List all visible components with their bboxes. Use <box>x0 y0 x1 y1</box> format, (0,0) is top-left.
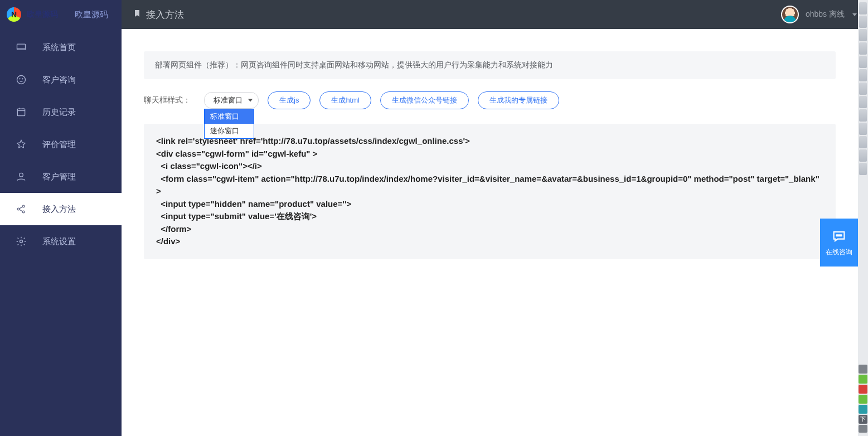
sidebar-nav: 系统首页 客户咨询 历史记录 评价管理 客户管理 <box>0 31 122 258</box>
sidebar-item-consult[interactable]: 客户咨询 <box>0 64 122 96</box>
speaker-icon[interactable] <box>859 425 867 433</box>
tray-icon[interactable] <box>859 385 867 394</box>
sidebar: N 欧皇源码 欧皇源码 系统首页 客户咨询 历史记录 评 <box>0 0 122 436</box>
download-icon[interactable]: 下 <box>859 415 867 424</box>
svg-line-13 <box>20 207 23 209</box>
strip-thumb[interactable] <box>859 123 867 135</box>
sidebar-item-label: 接入方法 <box>42 204 76 215</box>
svg-point-17 <box>838 235 840 236</box>
sidebar-item-label: 系统设置 <box>42 236 76 247</box>
strip-thumb[interactable] <box>859 29 867 41</box>
controls-row: 聊天框样式： 标准窗口 标准窗口 迷你窗口 生成js 生成html 生成微信公众… <box>144 91 836 109</box>
sidebar-brand-title: 欧皇源码 <box>75 9 108 20</box>
strip-thumb[interactable] <box>859 109 867 122</box>
sidebar-item-history[interactable]: 历史记录 <box>0 96 122 128</box>
strip-thumb[interactable] <box>859 149 867 162</box>
strip-thumb[interactable] <box>859 83 867 95</box>
share-icon <box>16 204 27 215</box>
sidebar-item-label: 客户管理 <box>42 172 76 182</box>
bookmark-icon <box>133 9 142 21</box>
svg-line-14 <box>20 210 23 211</box>
sidebar-item-home[interactable]: 系统首页 <box>0 31 122 64</box>
online-consult-float[interactable]: 在线咨询 <box>820 219 858 267</box>
dropdown-option-mini[interactable]: 迷你窗口 <box>205 124 254 138</box>
svg-point-15 <box>20 240 23 243</box>
online-consult-label: 在线咨询 <box>826 248 852 257</box>
smile-icon <box>16 74 27 85</box>
avatar <box>781 6 799 23</box>
tray-icon[interactable] <box>859 365 867 374</box>
svg-point-3 <box>20 79 20 79</box>
svg-point-9 <box>20 173 23 177</box>
dropdown-option-standard[interactable]: 标准窗口 <box>205 109 254 124</box>
sidebar-item-label: 系统首页 <box>42 42 76 53</box>
logo-icon: N <box>7 7 21 22</box>
sidebar-item-customers[interactable]: 客户管理 <box>0 161 122 193</box>
monitor-icon <box>16 42 27 53</box>
chat-style-dropdown-options: 标准窗口 迷你窗口 <box>204 109 254 139</box>
right-strip-top <box>859 2 867 175</box>
sidebar-header: N 欧皇源码 欧皇源码 <box>0 0 122 29</box>
chevron-down-icon <box>852 13 857 16</box>
topbar-user-area[interactable]: ohbbs 离线 <box>781 6 857 23</box>
svg-rect-5 <box>17 109 25 116</box>
main-content: 部署网页组件（推荐）：网页咨询组件同时支持桌面网站和移动网站，提供强大的用户行为… <box>122 29 858 436</box>
right-edge-strip: 下 <box>858 0 868 436</box>
sidebar-item-label: 客户咨询 <box>42 75 76 85</box>
svg-point-12 <box>22 211 25 213</box>
strip-thumb[interactable] <box>859 56 867 68</box>
strip-thumb[interactable] <box>859 16 867 28</box>
code-output[interactable]: <link rel='stylesheet' href='http://78.u… <box>144 124 836 259</box>
logo-label: 欧皇源码 <box>27 9 58 20</box>
chat-style-dropdown-wrap: 标准窗口 标准窗口 迷你窗口 <box>204 92 259 109</box>
strip-thumb[interactable] <box>859 69 867 81</box>
strip-thumb[interactable] <box>859 2 867 14</box>
svg-point-4 <box>22 79 23 79</box>
gen-wechat-link-button[interactable]: 生成微信公众号链接 <box>380 91 469 109</box>
gen-html-button[interactable]: 生成html <box>319 91 371 109</box>
sidebar-item-review[interactable]: 评价管理 <box>0 128 122 161</box>
star-icon <box>16 139 27 150</box>
user-status-text: ohbbs 离线 <box>806 9 845 20</box>
svg-point-10 <box>17 208 20 210</box>
sidebar-logo-area: N 欧皇源码 <box>7 7 58 22</box>
tray-icon[interactable] <box>859 395 867 404</box>
strip-thumb[interactable] <box>859 96 867 108</box>
sidebar-item-label: 历史记录 <box>42 107 76 118</box>
strip-thumb[interactable] <box>859 136 867 148</box>
topbar: 接入方法 ohbbs 离线 <box>122 0 868 29</box>
user-icon <box>16 171 27 182</box>
gen-my-link-button[interactable]: 生成我的专属链接 <box>478 91 559 109</box>
sidebar-item-access-method[interactable]: 接入方法 <box>0 193 122 225</box>
sidebar-item-label: 评价管理 <box>42 139 76 150</box>
chat-style-label: 聊天框样式： <box>144 95 191 105</box>
calendar-icon <box>16 106 27 118</box>
gen-js-button[interactable]: 生成js <box>268 91 311 109</box>
strip-thumb[interactable] <box>859 42 867 55</box>
gear-icon <box>16 236 27 247</box>
svg-point-16 <box>836 235 837 236</box>
svg-point-18 <box>840 235 841 236</box>
tray-icon[interactable] <box>859 405 867 414</box>
strip-thumb[interactable] <box>859 163 867 175</box>
tray-icon[interactable] <box>859 375 867 384</box>
svg-point-11 <box>22 205 25 207</box>
svg-point-2 <box>17 76 26 84</box>
page-title: 接入方法 <box>133 8 184 21</box>
chat-style-dropdown[interactable]: 标准窗口 <box>204 92 259 109</box>
chat-bubble-icon <box>831 229 847 244</box>
right-strip-bottom: 下 <box>859 365 867 433</box>
page-title-text: 接入方法 <box>146 8 184 21</box>
notice-banner: 部署网页组件（推荐）：网页咨询组件同时支持桌面网站和移动网站，提供强大的用户行为… <box>144 51 836 79</box>
sidebar-item-settings[interactable]: 系统设置 <box>0 225 122 258</box>
